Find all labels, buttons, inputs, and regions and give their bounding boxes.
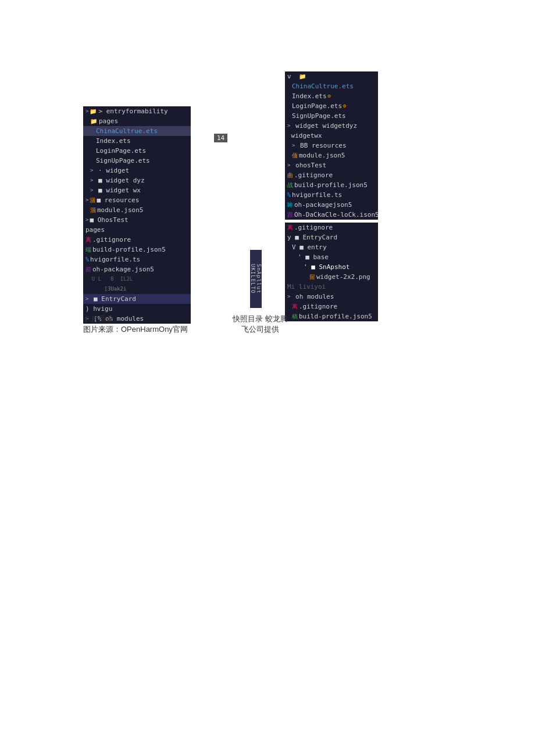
file-hvigorfile[interactable]: % hvigorfile.ts xyxy=(83,255,191,264)
folder-icon: 📁 xyxy=(90,117,97,126)
chinese-icon: 端 xyxy=(85,245,91,254)
file-label: oh-package.json5 xyxy=(92,265,154,274)
text-label: Mi liviyoi xyxy=(287,282,326,291)
file-signuppage[interactable]: SignUpPage.ets xyxy=(83,156,191,166)
folder-label: V ■ entry xyxy=(292,243,327,252)
tag-3uak2i: [3Uak2i xyxy=(83,284,191,294)
text-label: pages xyxy=(85,225,105,234)
file-ohpackage-r[interactable]: 眸 oh-packagejson5 xyxy=(285,200,378,210)
folder-label: BB resources xyxy=(296,141,346,150)
folder-entry[interactable]: V ■ entry xyxy=(285,242,378,252)
folder-widgetdyz-r[interactable]: > widget widgetdyz xyxy=(285,121,378,131)
folder-entrycard-b[interactable]: y ■ EntryCard xyxy=(285,232,378,242)
folder-bbresources[interactable]: > BB resources xyxy=(285,141,378,151)
file-loginpage[interactable]: LoginPage.ets xyxy=(83,146,191,156)
chinese-icon: 前 xyxy=(85,265,91,274)
file-label: Oh-DaCkaCle-loCk.ison5 xyxy=(294,210,379,219)
folder-icon: 📁 xyxy=(90,107,97,116)
arrow-icon: > xyxy=(287,121,290,130)
arrow-icon: > xyxy=(85,295,88,303)
file-index[interactable]: Index.ets xyxy=(83,136,191,146)
file-module-r[interactable]: 偭 module.json5 xyxy=(285,151,378,160)
file-label: ChinaCultrue.ets xyxy=(292,82,354,91)
folder-snapshot[interactable]: ' ■ SnApshot xyxy=(285,262,378,272)
file-ohpackage[interactable]: 前 oh-package.json5 xyxy=(83,264,191,274)
arrow-icon: > xyxy=(287,161,290,170)
file-gitignore-b2[interactable]: 离 .gitignore xyxy=(285,302,378,311)
folder-label: ' ■ SnApshot xyxy=(304,263,349,271)
sidebar-text: SnApllutUKILELTO xyxy=(250,264,262,293)
file-gitignore-b[interactable]: 离 .gitignore xyxy=(285,223,378,232)
folder-ohmodules-b[interactable]: > oh modules xyxy=(285,292,378,302)
chinese-icon: % xyxy=(85,255,89,264)
chinese-icon: 涸 xyxy=(90,206,96,214)
arrow-icon: > xyxy=(90,176,93,185)
right-file-tree-top: v 📁 ChinaCultrue.ets Index.ets ⚙ LoginPa… xyxy=(285,71,378,220)
folder-entryformability[interactable]: > 📁 > entryformability xyxy=(83,106,191,116)
file-gitignore[interactable]: 离 .gitignore xyxy=(83,235,191,245)
plain-miliviyoi: Mi liviyoi xyxy=(285,282,378,292)
file-signuppage-r[interactable]: SignUpPage.ets xyxy=(285,111,378,121)
chinese-icon: 战 xyxy=(287,181,293,189)
folder-label: ■ EntryCard xyxy=(90,295,135,303)
v-label: v xyxy=(287,72,299,81)
file-module[interactable]: 涸 module.json5 xyxy=(83,205,191,215)
file-label: .gitignore xyxy=(294,223,333,232)
folder-label: ■ OhosTest xyxy=(90,216,128,224)
file-buildprofile-r[interactable]: 战 build-profile.json5 xyxy=(285,180,378,190)
file-label: build-profile.json5 xyxy=(294,181,368,189)
file-label: module.json5 xyxy=(299,151,345,160)
folder-icon: 📁 xyxy=(299,72,306,81)
file-label: .gitignore xyxy=(92,235,131,244)
folder-widgetwx[interactable]: > ■ widget wx xyxy=(83,185,191,195)
file-chinacultrue[interactable]: ChinaCultrue.ets xyxy=(83,126,191,136)
row-v: v 📁 xyxy=(285,71,378,81)
folder-widget[interactable]: > · widget xyxy=(83,166,191,175)
file-label: hvigorfile.ts xyxy=(292,191,342,199)
file-chinacultrue-r[interactable]: ChinaCultrue.ets xyxy=(285,81,378,91)
file-label: Index.ets xyxy=(292,92,327,101)
file-widget-png[interactable]: 留 widget-2x2.png xyxy=(285,272,378,282)
file-ohdackacle[interactable]: 跟 Oh-DaCkaCle-loCk.ison5 xyxy=(285,210,378,220)
arrow-icon: > xyxy=(85,107,88,116)
arrow-icon: > xyxy=(292,141,295,150)
file-label: build-profile.json5 xyxy=(92,245,166,254)
file-label: module.json5 xyxy=(97,206,143,214)
file-label: build-profile.json5 xyxy=(299,312,372,321)
chinese-icon: 涸 xyxy=(90,196,95,205)
folder-base[interactable]: ' ■ base xyxy=(285,252,378,262)
folder-ohostest[interactable]: > ■ OhosTest xyxy=(83,215,191,225)
caption-left-sub: 图片来源：OPenHarmOny官网 xyxy=(83,324,188,335)
file-label: hvigorfile.ts xyxy=(90,255,140,264)
row-extra: U L B IL2L xyxy=(83,274,191,284)
folder-label: ' ■ base xyxy=(298,253,329,261)
file-label: LoginPage.ets xyxy=(292,102,342,110)
file-loginpage-r[interactable]: LoginPage.ets ⚙ xyxy=(285,101,378,111)
folder-pages[interactable]: 📁 pages xyxy=(83,116,191,126)
chinese-icon: 曲 xyxy=(287,171,293,180)
file-label: .gitignore xyxy=(294,171,333,180)
file-label: ChinaCultrue.ets xyxy=(96,127,158,135)
chinese-icon: 离 xyxy=(85,235,91,244)
file-buildprofile[interactable]: 端 build-profile.json5 xyxy=(83,245,191,255)
file-gitignore-r[interactable]: 曲 .gitignore xyxy=(285,170,378,180)
left-file-tree: > 📁 > entryformability 📁 pages ChinaCult… xyxy=(83,106,191,324)
file-buildprofile-b[interactable]: 稿 build-profile.json5 xyxy=(285,311,378,321)
text-label: ) hvigu xyxy=(85,304,112,313)
gear-icon: ⚙ xyxy=(343,102,346,110)
folder-widgetwx-r[interactable]: widgetwx xyxy=(285,131,378,141)
folder-label: widget widgetdyz xyxy=(291,121,357,130)
file-label: Index.ets xyxy=(96,137,131,145)
folder-entrycard[interactable]: > ■ EntryCard xyxy=(83,294,191,304)
folder-widgetdyz[interactable]: > ■ widget dyz xyxy=(83,175,191,185)
file-hvigorfile-r[interactable]: % hvigorfile.ts xyxy=(285,190,378,200)
folder-label: widgetwx xyxy=(287,131,322,140)
chinese-icon: 留 xyxy=(309,273,315,281)
folder-resources[interactable]: > 涸 ■ resources xyxy=(83,195,191,205)
file-label: LoginPage.ets xyxy=(96,146,146,155)
arrow-icon: > xyxy=(90,166,93,175)
folder-ohostest-r[interactable]: > ohosTest xyxy=(285,160,378,170)
chinese-icon: 眸 xyxy=(287,200,293,209)
file-index-r[interactable]: Index.ets ⚙ xyxy=(285,91,378,101)
chinese-icon: 偭 xyxy=(292,151,298,160)
